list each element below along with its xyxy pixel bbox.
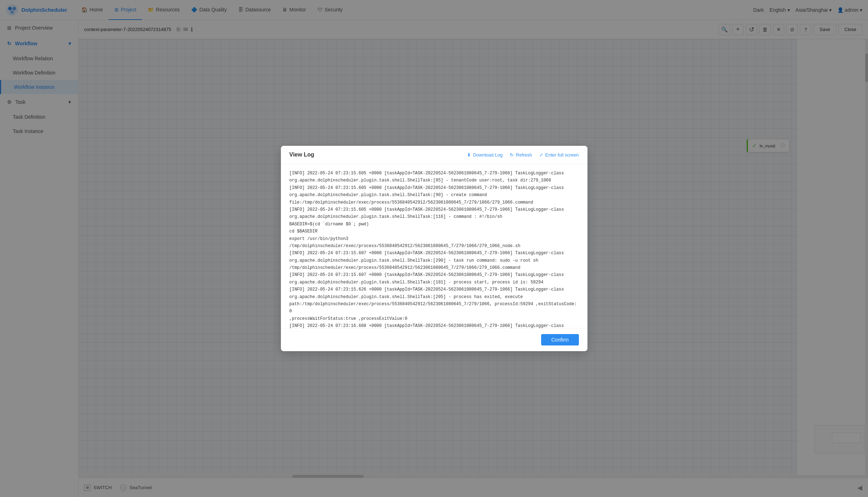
download-label: Download Log xyxy=(473,152,503,158)
modal-header: View Log ⬇ Download Log ↻ Refresh ⤢ Ente… xyxy=(281,146,587,164)
modal-footer: Confirm xyxy=(281,328,587,351)
refresh-label: Refresh xyxy=(516,152,532,158)
modal-overlay[interactable]: View Log ⬇ Download Log ↻ Refresh ⤢ Ente… xyxy=(0,0,868,497)
download-log-button[interactable]: ⬇ Download Log xyxy=(467,152,503,158)
refresh-icon: ↻ xyxy=(510,152,514,158)
modal-title: View Log xyxy=(289,152,467,158)
log-content-pre: [INFO] 2022-05-24 07:23:15.605 +0000 [ta… xyxy=(289,170,579,328)
fullscreen-button[interactable]: ⤢ Enter full screen xyxy=(539,152,579,158)
view-log-modal: View Log ⬇ Download Log ↻ Refresh ⤢ Ente… xyxy=(281,146,587,351)
modal-body[interactable]: [INFO] 2022-05-24 07:23:15.605 +0000 [ta… xyxy=(281,164,587,328)
download-icon: ⬇ xyxy=(467,152,471,158)
refresh-button[interactable]: ↻ Refresh xyxy=(510,152,532,158)
modal-actions: ⬇ Download Log ↻ Refresh ⤢ Enter full sc… xyxy=(467,152,579,158)
fullscreen-label: Enter full screen xyxy=(545,152,579,158)
fullscreen-icon: ⤢ xyxy=(539,152,543,158)
confirm-button[interactable]: Confirm xyxy=(541,334,579,345)
